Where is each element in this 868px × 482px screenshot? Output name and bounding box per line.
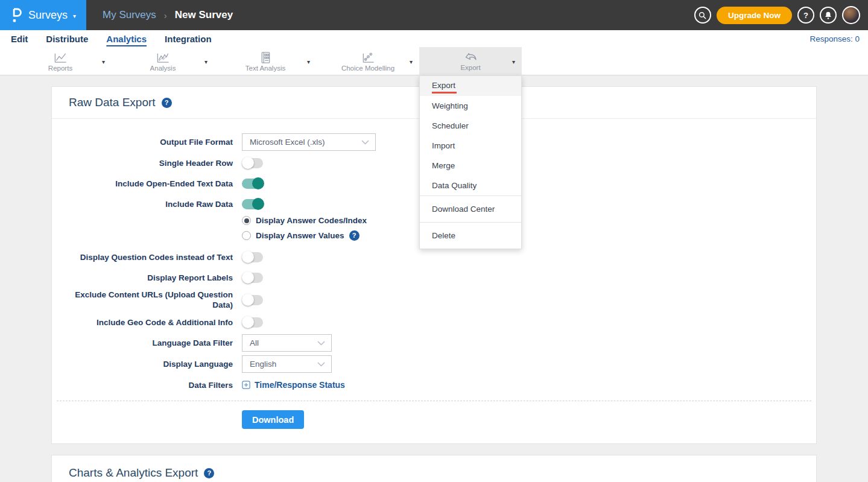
survey-nav: Edit Distribute Analytics Integration Re… — [0, 30, 868, 47]
breadcrumb-my-surveys[interactable]: My Surveys — [103, 9, 156, 21]
export-arrow-icon — [463, 51, 478, 64]
line-chart-icon — [52, 51, 68, 65]
help-icon[interactable]: ? — [162, 98, 172, 108]
include-raw-data-toggle[interactable] — [242, 199, 263, 209]
chevron-down-icon[interactable]: ▾ — [307, 58, 310, 65]
single-header-row-toggle[interactable] — [242, 158, 263, 168]
bell-icon — [824, 11, 832, 20]
toggle-knob — [242, 157, 254, 169]
toolbar-item-label: Analysis — [150, 65, 176, 72]
question-mark-icon: ? — [803, 11, 808, 20]
toggle-knob — [242, 251, 254, 263]
radio-icon — [242, 216, 251, 225]
display-language-select[interactable]: English — [242, 355, 332, 373]
field-label: Output File Format — [69, 137, 233, 147]
form-row: Exclude Content URLs (Upload Question Da… — [69, 290, 799, 310]
field-label: Exclude Content URLs (Upload Question Da… — [69, 290, 233, 310]
breadcrumb-current: New Survey — [175, 9, 233, 21]
tab-analytics[interactable]: Analytics — [106, 34, 147, 43]
field-label: Display Question Codes instead of Text — [69, 252, 233, 262]
tab-integration[interactable]: Integration — [165, 34, 212, 43]
form-row: Include Geo Code & Additional Info — [69, 314, 799, 331]
charts-analytics-export-panel: Charts & Analytics Export ? — [51, 455, 817, 482]
menu-item-data-quality[interactable]: Data Quality — [420, 176, 521, 195]
form-row: Display Language English — [69, 355, 799, 373]
scatter-plot-icon — [360, 51, 376, 65]
field-label: Language Data Filter — [69, 338, 233, 348]
toggle-knob — [252, 198, 264, 210]
form-row: Language Data Filter All — [69, 334, 799, 352]
tab-distribute[interactable]: Distribute — [46, 34, 88, 43]
toolbar-item-label: Export — [460, 65, 480, 72]
menu-item-weighting[interactable]: Weighting — [420, 96, 521, 116]
field-label: Include Open-Ended Text Data — [69, 179, 233, 189]
charts-analytics-export-header: Charts & Analytics Export ? — [52, 455, 816, 482]
output-file-format-select[interactable]: Microsoft Excel (.xls) — [242, 133, 376, 151]
toolbar-item-choice-modelling[interactable]: Choice Modelling ▾ — [317, 47, 419, 75]
help-button[interactable]: ? — [797, 7, 814, 24]
page-title: Raw Data Export — [69, 96, 156, 109]
document-grid-icon — [258, 51, 273, 65]
chevron-down-icon[interactable]: ▾ — [512, 58, 515, 65]
menu-item-download-center[interactable]: Download Center — [420, 195, 521, 222]
export-dropdown-menu: Export Weighting Scheduler Import Merge … — [419, 75, 522, 249]
analytics-toolbar: Reports ▾ Analysis ▾ Text Analys — [0, 47, 868, 75]
field-label: Display Report Labels — [69, 273, 233, 283]
display-answer-codes-radio[interactable]: Display Answer Codes/Index — [242, 216, 367, 225]
search-button[interactable] — [694, 7, 711, 24]
menu-item-import[interactable]: Import — [420, 136, 521, 156]
chevron-down-icon[interactable]: ▾ — [102, 58, 105, 65]
help-icon[interactable]: ? — [204, 468, 214, 478]
avatar[interactable] — [842, 6, 860, 24]
brand-label: Surveys — [28, 9, 68, 22]
radio-icon — [242, 231, 251, 240]
time-response-status-link[interactable]: Time/Response Status — [242, 380, 345, 390]
toolbar-item-export[interactable]: Export ▾ Export Weighting Scheduler Impo… — [419, 47, 522, 75]
chevron-down-icon[interactable]: ▾ — [204, 58, 207, 65]
language-data-filter-select[interactable]: All — [242, 334, 332, 352]
menu-item-scheduler[interactable]: Scheduler — [420, 116, 521, 136]
toggle-knob — [242, 271, 254, 284]
toggle-knob — [242, 294, 254, 306]
tab-edit[interactable]: Edit — [11, 34, 28, 43]
search-icon — [698, 11, 707, 20]
toolbar-item-analysis[interactable]: Analysis ▾ — [112, 47, 214, 75]
download-button[interactable]: Download — [242, 410, 304, 429]
chevron-down-icon — [317, 341, 325, 346]
display-answer-values-radio[interactable]: Display Answer Values ? — [242, 230, 367, 241]
chevron-down-icon[interactable]: ▾ — [410, 58, 413, 65]
chevron-down-icon — [317, 362, 325, 367]
menu-item-merge[interactable]: Merge — [420, 156, 521, 176]
include-open-ended-toggle[interactable] — [242, 179, 263, 189]
display-report-labels-toggle[interactable] — [242, 273, 263, 283]
section-divider — [57, 401, 811, 401]
upgrade-now-button[interactable]: Upgrade Now — [717, 7, 792, 24]
menu-item-delete[interactable]: Delete — [420, 222, 521, 249]
brand-surveys-menu[interactable]: Surveys ▾ — [0, 0, 86, 30]
topbar: Surveys ▾ My Surveys › New Survey Upgrad… — [0, 0, 868, 30]
toolbar-item-label: Text Analysis — [246, 65, 285, 72]
field-label: Data Filters — [69, 380, 233, 390]
menu-item-export[interactable]: Export — [420, 76, 521, 96]
form-row: Display Question Codes instead of Text — [69, 249, 799, 265]
breadcrumb-separator: › — [164, 10, 167, 21]
help-icon[interactable]: ? — [349, 230, 360, 241]
responses-count: Responses: 0 — [809, 34, 868, 43]
toolbar-item-label: Choice Modelling — [341, 65, 394, 72]
notifications-button[interactable] — [820, 7, 837, 24]
form-row: Display Report Labels — [69, 269, 799, 286]
include-geo-code-toggle[interactable] — [242, 317, 263, 328]
toggle-knob — [242, 316, 254, 328]
toolbar-item-label: Reports — [48, 65, 72, 72]
toolbar-item-text-analysis[interactable]: Text Analysis ▾ — [214, 47, 317, 75]
field-label: Include Raw Data — [69, 199, 233, 209]
exclude-content-urls-toggle[interactable] — [242, 295, 263, 305]
section-title: Charts & Analytics Export — [69, 466, 198, 480]
questionpro-logo — [10, 7, 23, 24]
toolbar-item-reports[interactable]: Reports ▾ — [9, 47, 112, 75]
field-label: Display Language — [69, 359, 233, 369]
chevron-down-icon — [361, 140, 369, 145]
trend-lines-icon — [155, 51, 171, 65]
display-question-codes-toggle[interactable] — [242, 252, 263, 262]
chevron-down-icon: ▾ — [73, 13, 76, 19]
